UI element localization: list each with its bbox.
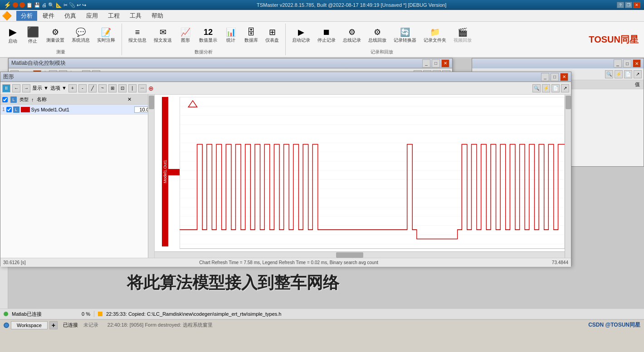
graph-ruler[interactable]: |: [128, 84, 137, 92]
record-folder-button[interactable]: 📁 记录文件夹: [421, 27, 449, 44]
graph-label: 图形: [181, 37, 190, 43]
record-convert-button[interactable]: 🔄 记录转换器: [391, 27, 419, 44]
signal-scrollbar-thumb: [149, 96, 154, 109]
graph-search[interactable]: 🔍: [532, 84, 541, 92]
menu-bar: 🔶 分析 硬件 仿真 应用 工程 工具 帮助: [0, 10, 644, 22]
chart-scrollbar-v[interactable]: [565, 95, 571, 258]
graph-wave[interactable]: ~: [98, 84, 107, 92]
stop-record-button[interactable]: ⏹ 停止记录: [315, 27, 338, 44]
sys-info-button[interactable]: 💬 系统消息: [69, 27, 93, 44]
vp-doc[interactable]: 📄: [624, 70, 632, 78]
graph-more[interactable]: ···: [138, 84, 146, 92]
vp-bolt[interactable]: ⚡: [615, 70, 623, 78]
measure-buttons: ▶ 启动 ⬛ 停止 ⚙ 测量设置 💬 系统消息 📝 实时注释: [4, 24, 118, 48]
menu-simulate[interactable]: 仿真: [60, 11, 81, 21]
workspace-tab[interactable]: Workspace: [11, 321, 48, 329]
data-display-button[interactable]: 12 数值显示: [196, 27, 220, 44]
graph-undo[interactable]: ←: [12, 84, 20, 92]
play-icon: ▶: [298, 28, 304, 36]
signal-row-checkbox[interactable]: [6, 107, 12, 112]
value-panel-minimize[interactable]: _: [614, 59, 622, 68]
video-replay-button[interactable]: 🎬 视频回放: [451, 27, 474, 44]
matlab-maximize[interactable]: □: [432, 59, 440, 68]
menu-apply[interactable]: 应用: [82, 11, 102, 21]
chart-scrollbar-h[interactable]: [155, 251, 565, 258]
stop-record-label: 停止记录: [317, 37, 336, 43]
msg-info-button[interactable]: ≡ 报文信息: [126, 27, 149, 44]
main-area: 通道视图 Matlab自动化控制模块 _ □ ✕ ← IiFE ✕ ↓ 📌 ⚡ …: [0, 58, 644, 330]
graph-button[interactable]: 📈 图形: [176, 27, 195, 44]
graph-title: 图形: [3, 73, 14, 81]
database-label: 数据库: [244, 37, 258, 43]
vp-search[interactable]: 🔍: [605, 70, 613, 78]
graph-pause[interactable]: ⏸: [2, 84, 10, 92]
branding-text: CSDN @TOSUN同星: [588, 321, 640, 329]
bottom-bar: Workspace + 已连接 未记录 22:40:18: [9056] For…: [0, 319, 644, 330]
overlay-text: 将此算法模型接入到整车网络: [127, 272, 339, 294]
toolbar-icons: 📋 💾 🖨 🔍 📐 ✂ 📎 ↩ ↪: [26, 2, 86, 8]
menu-help[interactable]: 帮助: [147, 11, 168, 21]
chart-area: Model1.Out1: [155, 95, 571, 258]
restore-button[interactable]: ❐: [625, 2, 632, 8]
graph-minimize[interactable]: _: [541, 73, 549, 81]
app-status-icon: [4, 323, 9, 328]
dashboard-label: 仪表盘: [265, 37, 279, 43]
email-icon: ✉: [160, 28, 166, 36]
stats-label: 统计: [226, 37, 235, 43]
bottom-record: 未记录: [83, 322, 98, 328]
copy-status-text: 22:35:33: Copied: C:\LC_Ramdisk\new\code…: [106, 311, 640, 317]
matlab-titlebar: Matlab自动化控制模块 _ □ ✕: [9, 58, 452, 68]
total-replay-label: 总线回放: [368, 37, 386, 43]
realtime-note-button[interactable]: 📝 实时注释: [94, 27, 118, 44]
close-button[interactable]: ✕: [633, 2, 640, 8]
realtime-note-label: 实时注释: [97, 37, 115, 43]
signal-scrollbar[interactable]: [148, 95, 154, 258]
stop-button[interactable]: ⬛ 停止: [24, 26, 42, 45]
list-icon: ≡: [135, 28, 140, 36]
graph-zoom[interactable]: ⊞: [108, 84, 117, 92]
graph-redo[interactable]: →: [22, 84, 30, 92]
menu-tools[interactable]: 工具: [125, 11, 146, 21]
start-record-button[interactable]: ▶ 启动记录: [289, 27, 313, 44]
matlab-close[interactable]: ✕: [441, 59, 449, 68]
video-icon: 🎬: [458, 28, 468, 36]
menu-analyze[interactable]: 分析: [16, 11, 37, 21]
measure-group-label: 测量: [56, 48, 65, 55]
graph-close[interactable]: ✕: [560, 73, 568, 81]
menu-project[interactable]: 工程: [103, 11, 124, 21]
graph-add[interactable]: +: [68, 84, 77, 92]
vp-export[interactable]: ↗: [634, 70, 642, 78]
total-record-button[interactable]: ⚙ 总线记录: [340, 27, 364, 44]
replay-icon: ⚙: [374, 28, 381, 36]
start-label: 启动: [8, 38, 17, 44]
msg-info-label: 报文信息: [128, 37, 146, 43]
graph-minus[interactable]: -: [78, 84, 87, 92]
graph-maximize[interactable]: □: [551, 73, 559, 81]
graph-export[interactable]: ↗: [561, 84, 569, 92]
title-bar-left-icons: ⚡ 📋 💾 🖨 🔍 📐 ✂ 📎 ↩ ↪: [4, 1, 86, 9]
svg-rect-0: [180, 97, 565, 249]
signal-col-checkbox1[interactable]: [2, 97, 8, 102]
stats-button[interactable]: 📊 统计: [222, 27, 240, 44]
value-panel-maximize[interactable]: □: [623, 59, 631, 68]
matlab-minimize[interactable]: _: [422, 59, 430, 68]
dashboard-button[interactable]: ⊞ 仪表盘: [263, 27, 282, 44]
start-button[interactable]: ▶ 启动: [4, 26, 22, 45]
total-record-label: 总线记录: [343, 37, 361, 43]
database-button[interactable]: 🗄 数据库: [242, 27, 261, 44]
total-replay-button[interactable]: ⚙ 总线回放: [366, 27, 389, 44]
msg-send-button[interactable]: ✉ 报文发送: [151, 27, 175, 44]
add-tab-button[interactable]: +: [49, 321, 58, 329]
signal-col-name-label: 名称: [37, 96, 125, 103]
menu-hardware[interactable]: 硬件: [38, 11, 59, 21]
help-button[interactable]: ?: [617, 2, 624, 8]
graph-line[interactable]: ╱: [88, 84, 97, 92]
progress-text: 0 %: [82, 311, 90, 317]
graph-fit[interactable]: ⊡: [118, 84, 127, 92]
measure-settings-button[interactable]: ⚙ 测量设置: [44, 27, 67, 44]
graph-bolt[interactable]: ⚡: [542, 84, 550, 92]
window-controls: ? ❐ ✕: [617, 2, 640, 8]
value-panel-close[interactable]: ✕: [633, 59, 641, 68]
graph-select-label: 选项 ▼: [50, 85, 67, 92]
graph-doc[interactable]: 📄: [551, 84, 560, 92]
